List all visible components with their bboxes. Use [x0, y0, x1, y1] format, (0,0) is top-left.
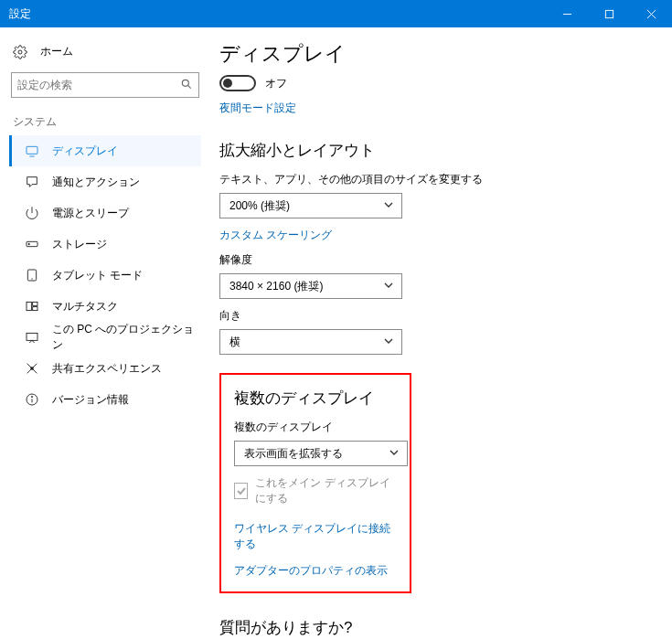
svg-rect-17 [27, 333, 37, 340]
nav-power[interactable]: 電源とスリープ [9, 197, 201, 229]
nav-item-label: タブレット モード [52, 268, 143, 283]
checkbox-label: これをメイン ディスプレイにする [255, 475, 397, 506]
scale-heading: 拡大縮小とレイアウト [219, 140, 654, 161]
orientation-select[interactable]: 横 [219, 329, 402, 355]
nav-about[interactable]: バージョン情報 [9, 384, 201, 415]
nav-shared[interactable]: 共有エクスペリエンス [9, 353, 201, 384]
home-link[interactable]: ホーム [9, 40, 201, 67]
nav-storage[interactable]: ストレージ [9, 229, 201, 260]
display-icon [25, 144, 39, 158]
minimize-button[interactable] [546, 0, 588, 27]
multi-display-highlight: 複数のディスプレイ 複数のディスプレイ 表示画面を拡張する これをメイン ディス… [219, 373, 411, 593]
nav-item-label: この PC へのプロジェクション [52, 322, 201, 353]
chevron-down-icon [389, 447, 400, 461]
svg-rect-14 [27, 302, 31, 310]
svg-point-4 [18, 50, 22, 54]
orientation-value: 横 [229, 335, 240, 350]
nav-item-label: バージョン情報 [52, 392, 129, 408]
svg-line-6 [187, 85, 190, 88]
chevron-down-icon [383, 335, 394, 349]
power-icon [25, 206, 39, 220]
nav-item-label: ディスプレイ [52, 144, 118, 159]
svg-point-11 [28, 243, 29, 244]
nav-display[interactable]: ディスプレイ [9, 135, 201, 166]
main-display-checkbox[interactable] [234, 483, 248, 499]
window-title: 設定 [9, 6, 31, 22]
nav-item-label: ストレージ [52, 237, 107, 252]
storage-icon [25, 237, 39, 251]
share-icon [25, 361, 39, 376]
night-mode-toggle[interactable] [219, 75, 256, 91]
notification-icon [25, 175, 39, 189]
projection-icon [25, 330, 39, 345]
chevron-down-icon [383, 199, 394, 213]
chevron-down-icon [383, 280, 394, 293]
nav-multitask[interactable]: マルチタスク [9, 291, 201, 322]
multi-label: 複数のディスプレイ [234, 420, 397, 435]
info-icon [25, 392, 39, 407]
nav-projection[interactable]: この PC へのプロジェクション [9, 322, 201, 353]
gear-icon [13, 45, 27, 59]
home-label: ホーム [40, 44, 73, 59]
custom-scaling-link[interactable]: カスタム スケーリング [219, 228, 332, 243]
resolution-label: 解像度 [219, 252, 654, 268]
tablet-icon [25, 268, 39, 282]
svg-point-23 [31, 396, 32, 397]
maximize-button[interactable] [588, 0, 630, 27]
toggle-state: オフ [265, 76, 287, 91]
size-value: 200% (推奨) [229, 198, 290, 214]
nav-tablet[interactable]: タブレット モード [9, 260, 201, 291]
window-controls [546, 0, 672, 27]
search-input[interactable] [11, 72, 199, 98]
svg-rect-15 [33, 302, 37, 305]
resolution-value: 3840 × 2160 (推奨) [229, 279, 323, 294]
section-label: システム [9, 111, 201, 135]
svg-rect-1 [605, 10, 613, 17]
titlebar: 設定 [0, 0, 672, 27]
nav-notifications[interactable]: 通知とアクション [9, 166, 201, 197]
close-button[interactable] [630, 0, 672, 27]
multitask-icon [25, 299, 39, 314]
nav-item-label: マルチタスク [52, 299, 118, 314]
wireless-display-link[interactable]: ワイヤレス ディスプレイに接続する [234, 521, 397, 552]
multi-heading: 複数のディスプレイ [234, 388, 397, 409]
size-label: テキスト、アプリ、その他の項目のサイズを変更する [219, 172, 654, 187]
help-heading: 質問がありますか? [219, 617, 654, 638]
svg-rect-16 [33, 307, 37, 311]
content-area: ディスプレイ オフ 夜間モード設定 拡大縮小とレイアウト テキスト、アプリ、その… [210, 27, 672, 639]
multi-value: 表示画面を拡張する [244, 446, 343, 462]
resolution-select[interactable]: 3840 × 2160 (推奨) [219, 273, 402, 299]
sidebar: ホーム システム ディスプレイ 通知とアクション 電源とスリープ ストレージ [0, 27, 210, 639]
nav-item-label: 電源とスリープ [52, 206, 129, 221]
multi-select[interactable]: 表示画面を拡張する [234, 441, 408, 466]
page-title: ディスプレイ [219, 40, 654, 68]
adapter-properties-link[interactable]: アダプターのプロパティの表示 [234, 563, 388, 579]
svg-point-5 [182, 80, 188, 86]
orientation-label: 向き [219, 308, 654, 324]
nav-item-label: 共有エクスペリエンス [52, 361, 162, 377]
size-select[interactable]: 200% (推奨) [219, 193, 402, 218]
nav-item-label: 通知とアクション [52, 175, 140, 190]
search-icon [180, 78, 193, 93]
night-mode-link[interactable]: 夜間モード設定 [219, 101, 296, 116]
svg-rect-7 [27, 146, 37, 154]
search-field[interactable] [17, 79, 180, 91]
